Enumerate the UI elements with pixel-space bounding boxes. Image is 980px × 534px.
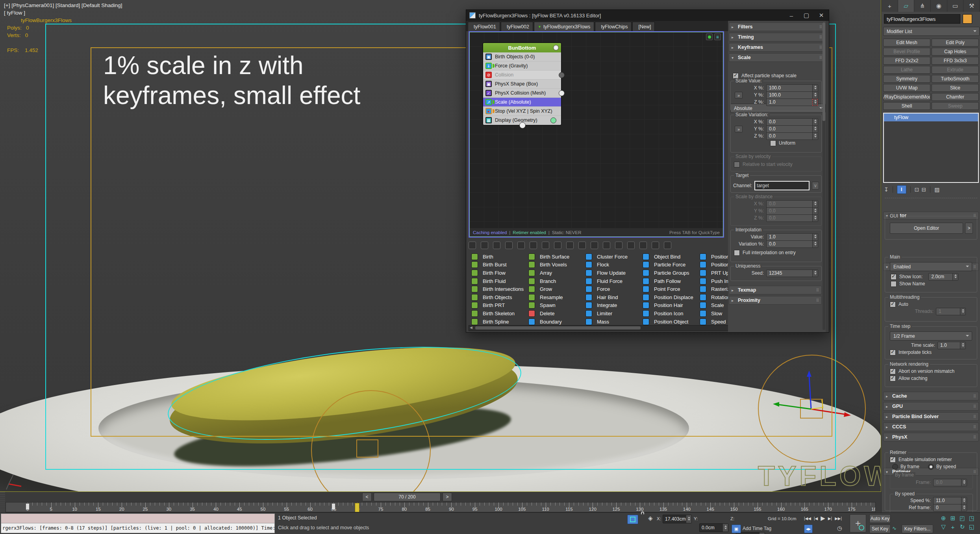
- depot-operator[interactable]: Birth: [471, 253, 530, 261]
- modifier-button[interactable]: Edit Poly: [932, 39, 979, 47]
- rollout-header[interactable]: ▸Proximity: [729, 296, 822, 305]
- x-coord-field[interactable]: 17.403cm: [663, 515, 692, 523]
- event-node-bunbottom[interactable]: BunBottom ▣ Birth Objects (0-0): [482, 42, 562, 126]
- maxscript-mini-listener[interactable]: rgerx3Flows: [frames: 0-8 (17 steps)] [p…: [1, 514, 275, 533]
- rollout-header[interactable]: ▸CCCS: [883, 422, 979, 431]
- scroll-left-icon[interactable]: ◀: [470, 326, 472, 329]
- maximize-icon[interactable]: ▢: [799, 11, 814, 20]
- depot-filter-icon[interactable]: [554, 242, 561, 249]
- depot-operator[interactable]: Position: [700, 253, 729, 261]
- depot-filter-icon[interactable]: [639, 242, 647, 249]
- modifier-stack-item-tyflow[interactable]: tyFlow: [884, 113, 978, 121]
- interpolation-spinner[interactable]: 1.0: [766, 233, 818, 241]
- depot-operator[interactable]: Birth Fluid: [471, 277, 530, 285]
- modifier-button[interactable]: Shell: [883, 102, 930, 110]
- command-panel-tab[interactable]: ⋔: [914, 0, 931, 12]
- depot-operator[interactable]: Birth Flow: [471, 269, 530, 277]
- modifier-button[interactable]: Sweep: [932, 102, 979, 110]
- modifier-button[interactable]: Slice: [932, 84, 979, 92]
- depot-operator[interactable]: Boundary: [528, 318, 587, 326]
- command-panel-tab[interactable]: ◉: [931, 0, 947, 12]
- depot-operator[interactable]: Scale: [700, 301, 729, 310]
- set-keys-button[interactable]: +: [850, 514, 866, 532]
- modifier-button[interactable]: Lathe: [883, 66, 930, 74]
- go-to-start-icon[interactable]: |◀◀: [804, 516, 811, 521]
- play-icon[interactable]: ▶: [821, 515, 825, 522]
- depot-filter-icon[interactable]: [664, 242, 671, 249]
- playhead[interactable]: [355, 503, 359, 512]
- key-filters-button[interactable]: Key Filters...: [902, 525, 933, 533]
- depot-operator[interactable]: Birth Surface: [528, 253, 587, 261]
- operator-output-dot[interactable]: [559, 72, 565, 78]
- event-canvas[interactable]: ≣ BunBottom ▣ Birth Objects (0: [469, 31, 724, 238]
- object-color-swatch[interactable]: [963, 14, 972, 24]
- time-configuration-icon[interactable]: ◷: [837, 525, 842, 531]
- depot-operator[interactable]: Mass: [585, 318, 645, 326]
- depot-filter-icon[interactable]: [481, 242, 488, 249]
- operator-row[interactable]: ⇓ Force (Gravity): [483, 61, 561, 71]
- enabled-dropdown[interactable]: Enabled: [890, 262, 972, 271]
- speed-spinner[interactable]: 11.0: [933, 497, 967, 504]
- depot-operator[interactable]: Array: [528, 269, 587, 277]
- rollout-header[interactable]: ▸PhysX: [883, 433, 979, 441]
- depot-filter-icon[interactable]: [578, 242, 586, 249]
- modifier-button[interactable]: Bevel Profile: [883, 48, 930, 56]
- modifier-button[interactable]: VRayDisplacementMod: [883, 93, 930, 101]
- scale-value-spinner[interactable]: 100.0: [766, 84, 818, 92]
- depot-operator[interactable]: Resample: [528, 293, 587, 301]
- uniform-checkbox[interactable]: [770, 140, 776, 146]
- scale-variation-spinner[interactable]: 0.0: [766, 118, 818, 126]
- depot-filter-icon[interactable]: [603, 242, 610, 249]
- event-enable-bulb-icon[interactable]: [553, 45, 559, 50]
- depot-operator[interactable]: Birth PRT: [471, 301, 530, 310]
- operator-row[interactable]: ▣ Birth Objects (0-0): [483, 52, 561, 61]
- modifier-button[interactable]: TurboSmooth: [932, 75, 979, 83]
- operator-row[interactable]: ⊘ Collision: [483, 71, 561, 80]
- new-key-curves-icon[interactable]: ∿: [892, 525, 897, 531]
- command-panel-tab[interactable]: ▭: [947, 0, 964, 12]
- frame-spinner[interactable]: 0.0: [933, 479, 967, 486]
- scrollbar-thumb[interactable]: [475, 326, 641, 329]
- event-node-header[interactable]: BunBottom: [483, 43, 561, 52]
- modifier-button[interactable]: FFD 2x2x2: [883, 57, 930, 65]
- previous-frame-button[interactable]: <: [362, 493, 372, 501]
- depot-operator[interactable]: Hair Bind: [585, 293, 645, 301]
- depot-filter-icon[interactable]: [566, 242, 574, 249]
- depot-filter-icon[interactable]: [505, 242, 513, 249]
- time-scale-spinner[interactable]: 1.0: [937, 342, 966, 349]
- viewport-nav-icon[interactable]: ◱: [967, 523, 976, 531]
- time-tag-icon[interactable]: ▣: [732, 525, 741, 533]
- viewport-nav-icon[interactable]: ◰: [958, 514, 967, 523]
- expand-xyz-button[interactable]: »: [735, 126, 743, 132]
- panel-divider[interactable]: [885, 198, 977, 198]
- viewport-label[interactable]: [+] [PhysCamera001] [Standard] [Default …: [4, 2, 122, 9]
- canvas-option-green-icon[interactable]: [706, 33, 713, 40]
- scale-value-spinner[interactable]: 100.0: [766, 91, 818, 99]
- ref-frame-spinner[interactable]: 0: [933, 504, 967, 512]
- relative-start-velocity-checkbox[interactable]: [734, 162, 740, 167]
- depot-operator[interactable]: Slow: [700, 309, 729, 318]
- command-panel-tab[interactable]: ⚒: [963, 0, 980, 12]
- y-coord-field[interactable]: 0.0cm: [699, 523, 728, 532]
- toolbar-grip[interactable]: [0, 492, 5, 512]
- enable-retimer-checkbox[interactable]: [890, 457, 896, 463]
- depot-operator[interactable]: Rasteriz: [700, 285, 729, 293]
- show-icon-size-spinner[interactable]: 2.0cm: [928, 273, 958, 281]
- show-name-checkbox[interactable]: [891, 281, 897, 287]
- depot-operator[interactable]: Rotation: [700, 293, 729, 301]
- depot-operator[interactable]: Spawn: [528, 301, 587, 310]
- modifier-stack[interactable]: tyFlow: [883, 113, 979, 183]
- listener-macro-row[interactable]: [1, 514, 274, 523]
- modifier-button[interactable]: UVW Map: [883, 84, 930, 92]
- depot-operator[interactable]: Birth Intersections: [471, 285, 530, 293]
- depot-filter-icon[interactable]: [493, 242, 500, 249]
- modifier-button[interactable]: Cap Holes: [932, 48, 979, 56]
- time-slider-handle[interactable]: 70 / 200: [374, 493, 441, 501]
- editor-title-bar[interactable]: tyFlowBurgerx3Flows : [tyFlow BETA v0.16…: [466, 10, 829, 21]
- depot-operator[interactable]: Integrate: [585, 301, 645, 310]
- depot-operator[interactable]: Delete: [528, 309, 587, 318]
- depot-operator[interactable]: Object Bind: [643, 253, 702, 261]
- command-panel-tab[interactable]: +: [882, 0, 898, 12]
- previous-frame-icon[interactable]: |◀: [814, 516, 818, 521]
- rollout-header[interactable]: ▸Keyframes: [729, 43, 825, 52]
